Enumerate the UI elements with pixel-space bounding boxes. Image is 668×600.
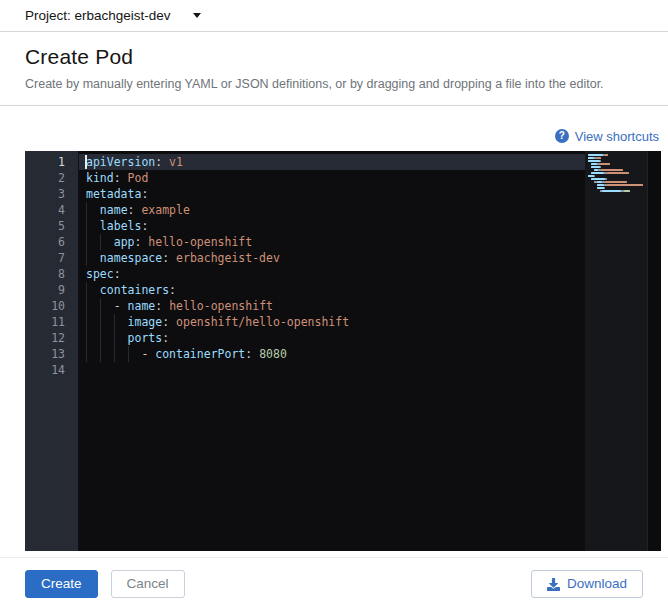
help-icon: ?: [555, 129, 569, 143]
line-number: 9: [25, 282, 78, 298]
line-number: 8: [25, 266, 78, 282]
line-number: 7: [25, 250, 78, 266]
editor-gutter: 1234567891011121314: [25, 151, 78, 551]
indent-guide: [100, 330, 101, 346]
create-button[interactable]: Create: [25, 570, 98, 598]
code-line[interactable]: - name: hello-openshift: [79, 298, 585, 314]
editor-toolbar: ? View shortcuts: [25, 128, 659, 144]
indent-guide: [100, 314, 101, 330]
code-line[interactable]: image: openshift/hello-openshift: [79, 314, 585, 330]
editor-code-area[interactable]: apiVersion: v1kind: Podmetadata: name: e…: [78, 151, 585, 551]
editor-minimap[interactable]: [585, 151, 647, 551]
indent-guide: [86, 234, 87, 250]
minimap-line: [588, 193, 645, 196]
indent-guide: [114, 314, 115, 330]
indent-guide: [100, 234, 101, 250]
code-line[interactable]: name: example: [79, 202, 585, 218]
page-title: Create Pod: [25, 45, 643, 69]
line-number: 3: [25, 186, 78, 202]
indent-guide: [86, 282, 87, 298]
indent-guide: [86, 330, 87, 346]
indent-guide: [114, 346, 115, 362]
view-shortcuts-label: View shortcuts: [575, 129, 659, 144]
line-number: 5: [25, 218, 78, 234]
line-number: 2: [25, 170, 78, 186]
code-line[interactable]: metadata:: [79, 186, 585, 202]
indent-guide: [86, 346, 87, 362]
code-line[interactable]: containers:: [79, 282, 585, 298]
page-header: Create Pod Create by manually entering Y…: [0, 32, 668, 106]
project-bar: Project: erbachgeist-dev: [0, 0, 668, 32]
editor-scrollbar[interactable]: [647, 151, 661, 551]
code-line[interactable]: namespace: erbachgeist-dev: [79, 250, 585, 266]
line-number: 13: [25, 346, 78, 362]
indent-guide: [114, 330, 115, 346]
indent-guide: [100, 346, 101, 362]
project-selector[interactable]: Project: erbachgeist-dev: [0, 0, 668, 32]
indent-guide: [86, 202, 87, 218]
indent-guide: [128, 346, 129, 362]
download-button[interactable]: Download: [531, 570, 643, 598]
project-selector-label: Project: erbachgeist-dev: [25, 8, 171, 23]
chevron-down-icon: [193, 13, 201, 18]
line-number: 11: [25, 314, 78, 330]
indent-guide: [86, 298, 87, 314]
code-line[interactable]: kind: Pod: [79, 170, 585, 186]
code-line[interactable]: apiVersion: v1: [79, 154, 585, 170]
line-number: 1: [25, 154, 78, 170]
indent-guide: [100, 298, 101, 314]
code-line[interactable]: ports:: [79, 330, 585, 346]
code-line[interactable]: spec:: [79, 266, 585, 282]
download-button-label: Download: [567, 576, 627, 592]
code-line[interactable]: - containerPort: 8080: [79, 346, 585, 362]
download-icon: [547, 578, 560, 591]
action-footer: Create Cancel Download: [0, 558, 668, 598]
line-number: 12: [25, 330, 78, 346]
cancel-button[interactable]: Cancel: [111, 570, 185, 598]
code-line[interactable]: [79, 362, 585, 378]
text-cursor: [85, 155, 87, 169]
indent-guide: [86, 314, 87, 330]
code-line[interactable]: app: hello-openshift: [79, 234, 585, 250]
line-number: 4: [25, 202, 78, 218]
line-number: 6: [25, 234, 78, 250]
page-subtitle: Create by manually entering YAML or JSON…: [25, 77, 643, 91]
indent-guide: [86, 250, 87, 266]
indent-guide: [86, 218, 87, 234]
yaml-editor[interactable]: 1234567891011121314 apiVersion: v1kind: …: [25, 151, 661, 551]
view-shortcuts-link[interactable]: ? View shortcuts: [555, 129, 659, 144]
code-line[interactable]: labels:: [79, 218, 585, 234]
line-number: 10: [25, 298, 78, 314]
line-number: 14: [25, 362, 78, 378]
